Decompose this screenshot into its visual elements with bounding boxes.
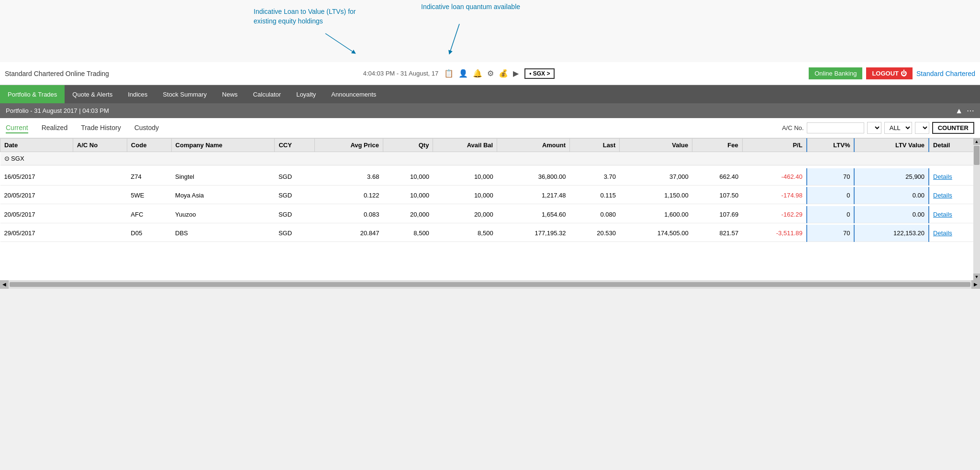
power-icon: ⏻	[901, 70, 907, 77]
cell-code: Z74	[127, 168, 171, 186]
user-icon[interactable]: 👤	[458, 69, 468, 78]
details-link-row4[interactable]: Details	[933, 230, 952, 237]
cell-amount: 177,195.32	[497, 225, 570, 242]
cell-company: Yuuzoo	[171, 206, 275, 223]
nav-bar: Portfolio & Trades Quote & Alerts Indice…	[0, 85, 980, 103]
title-bar-actions: ▲ ⋯	[955, 106, 974, 115]
cell-fee: 107.69	[692, 206, 742, 223]
th-ccy: CCY	[275, 139, 314, 152]
cell-code: AFC	[127, 206, 171, 223]
ac-no-dropdown[interactable]	[867, 122, 881, 134]
svg-line-1	[450, 24, 459, 53]
counter-button[interactable]: COUNTER	[932, 122, 974, 134]
details-link-row3[interactable]: Details	[933, 211, 952, 218]
cell-fee: 107.50	[692, 187, 742, 204]
cell-ltv-pct: 0	[807, 187, 855, 204]
ac-no-input[interactable]	[807, 122, 864, 133]
alert-icon[interactable]: 🔔	[473, 69, 482, 78]
nav-indices[interactable]: Indices	[120, 85, 155, 103]
portfolio-title: Portfolio - 31 August 2017 | 04:03 PM	[6, 107, 109, 114]
nav-stock-summary[interactable]: Stock Summary	[155, 85, 214, 103]
scroll-down-button[interactable]: ▼	[973, 273, 980, 280]
cell-avg-price: 3.68	[314, 168, 383, 186]
cell-detail[interactable]: Details	[929, 225, 980, 242]
details-link-row1[interactable]: Details	[933, 173, 952, 180]
nav-news[interactable]: News	[214, 85, 245, 103]
cell-ltv-value: 0.00	[854, 187, 929, 204]
online-banking-button[interactable]: Online Banking	[809, 67, 862, 79]
ac-no-label: A/C No.	[782, 124, 804, 131]
table-row: 16/05/2017 Z74 Singtel SGD 3.68 10,000 1…	[0, 168, 980, 186]
th-value: Value	[620, 139, 692, 152]
cell-pl: -162.29	[742, 206, 807, 223]
cell-last: 0.080	[570, 206, 620, 223]
cell-qty: 10,000	[383, 187, 433, 204]
cell-ltv-value: 0.00	[854, 206, 929, 223]
cell-ccy: SGD	[275, 187, 314, 204]
th-ltv-pct: LTV%	[807, 139, 855, 152]
cell-code: 5WE	[127, 187, 171, 204]
cell-detail[interactable]: Details	[929, 206, 980, 223]
cell-value: 1,600.00	[620, 206, 692, 223]
nav-calculator[interactable]: Calculator	[245, 85, 289, 103]
main-content: Current Realized Trade History Custody A…	[0, 118, 980, 280]
tab-trade-history[interactable]: Trade History	[81, 123, 121, 133]
th-avail-bal: Avail Bal	[433, 139, 497, 152]
cell-ltv-pct: 70	[807, 168, 855, 186]
cell-amount: 1,654.60	[497, 206, 570, 223]
nav-announcements[interactable]: Announcements	[323, 85, 384, 103]
cell-value: 174,505.00	[620, 225, 692, 242]
filter-icon[interactable]: ▲	[955, 107, 963, 115]
cell-qty: 10,000	[383, 168, 433, 186]
settings-icon[interactable]: ⚙	[487, 69, 494, 78]
cell-ltv-pct: 70	[807, 225, 855, 242]
more-icon[interactable]: ⋯	[967, 106, 974, 115]
vertical-scrollbar[interactable]: ▲ ▼	[973, 138, 980, 280]
th-company: Company Name	[171, 139, 275, 152]
cell-detail[interactable]: Details	[929, 187, 980, 204]
cell-pl: -462.40	[742, 168, 807, 186]
th-ltv-value: LTV Value	[854, 139, 929, 152]
ltv-annotation: Indicative Loan to Value (LTVs) for exis…	[254, 7, 359, 26]
scroll-left-button[interactable]: ◀	[0, 280, 9, 289]
scroll-right-button[interactable]: ▶	[971, 280, 980, 289]
cell-date: 29/05/2017	[0, 225, 73, 242]
nav-quote-alerts[interactable]: Quote & Alerts	[65, 85, 120, 103]
all-dropdown[interactable]: ALL	[884, 122, 912, 134]
svg-line-0	[325, 33, 354, 53]
app-title: Standard Chartered Online Trading	[5, 70, 109, 77]
th-avg-price: Avg Price	[314, 139, 383, 152]
th-detail: Detail	[929, 139, 980, 152]
cell-pl: -3,511.89	[742, 225, 807, 242]
table-wrapper: Date A/C No Code Company Name CCY Avg Pr…	[0, 138, 980, 280]
cell-acno	[73, 225, 127, 242]
logout-button[interactable]: LOGOUT ⏻	[866, 67, 913, 79]
horizontal-scroll-thumb[interactable]	[10, 282, 970, 287]
cell-company: Moya Asia	[171, 187, 275, 204]
all-dropdown-arrow[interactable]	[915, 122, 929, 134]
horizontal-scrollbar[interactable]: ◀ ▶	[0, 280, 980, 289]
sgx-button[interactable]: • SGX >	[524, 68, 555, 79]
cell-avail-bal: 10,000	[433, 187, 497, 204]
cell-acno	[73, 168, 127, 186]
scroll-thumb[interactable]	[974, 146, 980, 165]
scroll-up-button[interactable]: ▲	[973, 138, 980, 145]
tab-current[interactable]: Current	[6, 123, 28, 133]
chart-icon[interactable]: ▶	[513, 69, 519, 78]
nav-loyalty[interactable]: Loyalty	[289, 85, 323, 103]
cell-amount: 1,217.48	[497, 187, 570, 204]
copy-icon[interactable]: 📋	[444, 69, 454, 78]
sc-link[interactable]: Standard Chartered	[916, 70, 975, 77]
th-date: Date	[0, 139, 73, 152]
details-link-row2[interactable]: Details	[933, 192, 952, 199]
bag-icon[interactable]: 💰	[499, 69, 508, 78]
tab-realized[interactable]: Realized	[42, 123, 67, 133]
cell-detail[interactable]: Details	[929, 168, 980, 186]
cell-avg-price: 0.083	[314, 206, 383, 223]
tab-custody[interactable]: Custody	[134, 123, 159, 133]
sgx-group-label: ⊙ SGX	[0, 152, 980, 165]
cell-avail-bal: 20,000	[433, 206, 497, 223]
th-code: Code	[127, 139, 171, 152]
nav-portfolio-trades[interactable]: Portfolio & Trades	[0, 85, 65, 103]
tab-row: Current Realized Trade History Custody	[6, 123, 159, 133]
